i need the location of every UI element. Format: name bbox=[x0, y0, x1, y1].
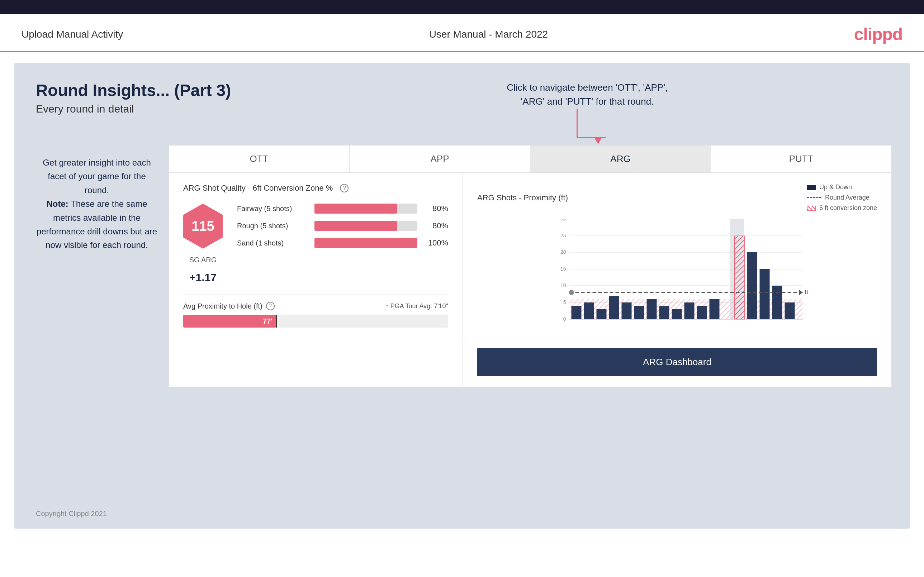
bar-1 bbox=[572, 306, 582, 319]
proximity-bar-fill: 77' bbox=[183, 315, 276, 327]
chart-title: ARG Shots - Proximity (ft) bbox=[477, 193, 568, 203]
proximity-bar-container: 77' bbox=[183, 315, 448, 327]
bar-17 bbox=[785, 303, 795, 319]
bar-12 bbox=[709, 299, 720, 319]
sg-value: +1.17 bbox=[189, 271, 216, 284]
legend-round-avg: Round Average bbox=[807, 194, 877, 201]
svg-text:15: 15 bbox=[561, 266, 566, 272]
conversion-zone-label: 6ft Conversion Zone % bbox=[253, 184, 333, 193]
dashboard-panel: OTT APP ARG PUTT ARG Shot Quality 6ft Co… bbox=[168, 145, 892, 387]
bar-2 bbox=[584, 303, 594, 319]
legend-dashed-icon bbox=[807, 197, 821, 198]
help-icon[interactable]: ? bbox=[340, 184, 349, 192]
pga-avg: ↑ PGA Tour Avg: 7'10" bbox=[386, 303, 448, 310]
logo: clippd bbox=[854, 24, 903, 44]
fairway-bar bbox=[315, 203, 417, 214]
left-insight: Get greater insight into each facet of y… bbox=[36, 156, 158, 252]
sand-pct: 100% bbox=[423, 239, 448, 248]
footer: Copyright Clippd 2021 bbox=[36, 509, 107, 518]
rough-bar-fill bbox=[315, 221, 397, 231]
legend-box-icon bbox=[807, 185, 816, 190]
proximity-value: 77' bbox=[263, 317, 273, 326]
tab-putt[interactable]: PUTT bbox=[711, 145, 892, 172]
shot-row-rough: Rough (5 shots) 80% bbox=[237, 221, 448, 231]
bar-5 bbox=[622, 303, 632, 319]
proximity-cursor bbox=[276, 315, 277, 327]
sand-bar-fill bbox=[315, 238, 417, 248]
bar-8 bbox=[659, 306, 669, 319]
fairway-pct: 80% bbox=[423, 204, 448, 213]
hex-number: 115 bbox=[191, 219, 214, 234]
bar-3 bbox=[597, 309, 607, 319]
bar-14 bbox=[747, 252, 757, 319]
tab-arg[interactable]: ARG bbox=[530, 145, 711, 172]
bar-6 bbox=[634, 306, 645, 319]
rough-pct: 80% bbox=[423, 221, 448, 230]
arrow-head bbox=[594, 137, 603, 144]
right-section: ARG Shots - Proximity (ft) Up & Down Rou… bbox=[463, 173, 892, 387]
chart-legend: Up & Down Round Average 6 ft conversion … bbox=[807, 184, 877, 212]
hex-score: 115 bbox=[183, 203, 223, 249]
fairway-label: Fairway (5 shots) bbox=[237, 205, 309, 213]
sand-label: Sand (1 shots) bbox=[237, 239, 309, 247]
upload-label[interactable]: Upload Manual Activity bbox=[21, 29, 123, 40]
bar-11 bbox=[697, 306, 707, 319]
hex-container: 115 SG ARG +1.17 bbox=[183, 203, 223, 284]
left-section: ARG Shot Quality 6ft Conversion Zone % ?… bbox=[169, 173, 463, 387]
fairway-bar-fill bbox=[315, 203, 397, 214]
sand-bar bbox=[315, 238, 417, 248]
bar-16 bbox=[772, 285, 782, 319]
arg-shot-quality-label: ARG Shot Quality bbox=[183, 184, 246, 193]
tab-ott[interactable]: OTT bbox=[169, 145, 350, 172]
chart-area: 0 5 10 15 20 25 30 bbox=[477, 219, 877, 341]
arrow-annotation bbox=[569, 109, 606, 144]
arrow-horizontal bbox=[578, 137, 606, 138]
legend-conversion: 6 ft conversion zone bbox=[807, 204, 877, 212]
svg-text:20: 20 bbox=[561, 249, 566, 255]
score-area: 115 SG ARG +1.17 Fairway (5 shots) 80% bbox=[183, 203, 448, 284]
page-subtitle: Every round in detail bbox=[36, 103, 895, 115]
proximity-title: Avg Proximity to Hole (ft) bbox=[183, 302, 262, 310]
legend-up-down: Up & Down bbox=[807, 184, 877, 191]
bar-9 bbox=[672, 309, 682, 319]
chart-header: ARG Shots - Proximity (ft) Up & Down Rou… bbox=[477, 184, 877, 212]
rough-bar bbox=[315, 221, 417, 231]
copyright: Copyright Clippd 2021 bbox=[36, 509, 107, 517]
main-content: Round Insights... (Part 3) Every round i… bbox=[15, 63, 909, 529]
bar-10 bbox=[685, 303, 695, 319]
svg-text:10: 10 bbox=[561, 282, 566, 288]
round-avg-label: 8 bbox=[805, 289, 808, 295]
bar-15 bbox=[760, 269, 770, 319]
tabs-bar: OTT APP ARG PUTT bbox=[169, 145, 892, 173]
proximity-section: Avg Proximity to Hole (ft) ? ↑ PGA Tour … bbox=[183, 294, 448, 327]
bar-7 bbox=[647, 299, 657, 319]
sg-label: SG ARG bbox=[189, 256, 217, 264]
page-title: Round Insights... (Part 3) bbox=[36, 81, 895, 100]
tab-app[interactable]: APP bbox=[350, 145, 530, 172]
proximity-help-icon[interactable]: ? bbox=[266, 302, 275, 310]
top-bar bbox=[0, 0, 924, 15]
shot-row-sand: Sand (1 shots) 100% bbox=[237, 238, 448, 248]
panel-body: ARG Shot Quality 6ft Conversion Zone % ?… bbox=[169, 173, 892, 387]
svg-text:5: 5 bbox=[563, 299, 566, 305]
proximity-header: Avg Proximity to Hole (ft) ? ↑ PGA Tour … bbox=[183, 302, 448, 310]
svg-text:0: 0 bbox=[563, 316, 566, 322]
shot-row-fairway: Fairway (5 shots) 80% bbox=[237, 203, 448, 214]
bar-4 bbox=[609, 296, 619, 319]
section-header: ARG Shot Quality 6ft Conversion Zone % ? bbox=[183, 184, 448, 193]
manual-label: User Manual - March 2022 bbox=[429, 29, 548, 40]
rough-label: Rough (5 shots) bbox=[237, 222, 309, 230]
svg-text:30: 30 bbox=[561, 219, 566, 221]
shot-quality: Fairway (5 shots) 80% Rough (5 shots) bbox=[237, 203, 448, 284]
chart-svg: 0 5 10 15 20 25 30 bbox=[477, 219, 877, 341]
round-avg-dot bbox=[569, 290, 574, 295]
arg-dashboard-button[interactable]: ARG Dashboard bbox=[477, 348, 877, 376]
header: Upload Manual Activity User Manual - Mar… bbox=[0, 15, 924, 52]
bar-13 bbox=[735, 236, 745, 319]
round-avg-arrow bbox=[799, 290, 803, 295]
nav-hint: Click to navigate between 'OTT', 'APP', … bbox=[507, 81, 668, 109]
legend-hatch-icon bbox=[807, 206, 816, 211]
svg-text:25: 25 bbox=[561, 232, 566, 239]
